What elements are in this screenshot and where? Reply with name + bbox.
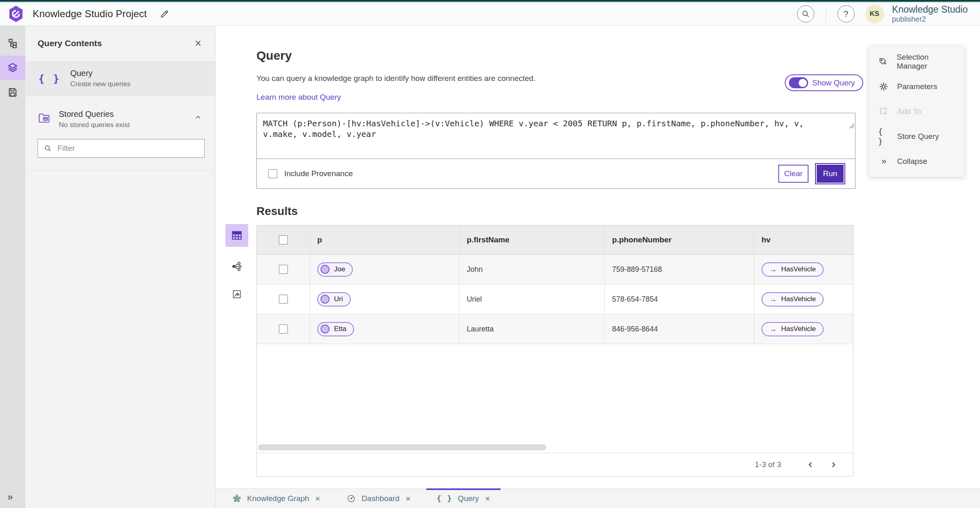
- show-query-toggle[interactable]: Show Query: [785, 74, 863, 91]
- table-header-row: p p.firstName p.phoneNumber hv: [257, 226, 853, 255]
- collapse-stored-queries-button[interactable]: [192, 113, 205, 122]
- help-button[interactable]: ?: [837, 5, 855, 22]
- edge-pill[interactable]: → HasVehicle: [762, 322, 824, 336]
- user-org: Knowledge Studio: [892, 4, 968, 15]
- node-pill[interactable]: Joe: [317, 262, 353, 277]
- edge-label: HasVehicle: [781, 265, 816, 273]
- results-table: p p.firstName p.phoneNumber hv Joe John …: [256, 225, 853, 477]
- query-tools-panel: Selection Manager Parameters: [869, 46, 964, 177]
- close-icon[interactable]: ×: [485, 494, 490, 503]
- close-icon[interactable]: ×: [405, 494, 410, 503]
- rail-item-save[interactable]: [0, 80, 25, 105]
- row-checkbox[interactable]: [279, 265, 288, 274]
- node-label: Joe: [334, 265, 345, 273]
- node-label: Etta: [334, 325, 346, 333]
- tool-label: Selection Manager: [897, 53, 959, 71]
- main-area: Query You can query a knowledge graph to…: [216, 25, 980, 508]
- parameters-item[interactable]: Parameters: [869, 74, 964, 99]
- header-actions: ? KS Knowledge Studio publisher2: [797, 4, 968, 23]
- close-icon[interactable]: ×: [315, 494, 320, 503]
- store-query-item[interactable]: { } Store Query: [869, 124, 964, 149]
- query-input[interactable]: MATCH (p:Person)-[hv:HasVehicle]->(v:Veh…: [257, 113, 855, 159]
- cell-phone-number: 578-654-7854: [605, 284, 754, 314]
- expand-rail-button[interactable]: »: [0, 491, 15, 503]
- learn-more-link[interactable]: Learn more about Query: [256, 92, 341, 102]
- edge-pill[interactable]: → HasVehicle: [762, 292, 824, 307]
- select-all-checkbox[interactable]: [279, 235, 288, 244]
- previous-page-button[interactable]: [802, 460, 820, 470]
- table-view-button[interactable]: [225, 224, 248, 247]
- tab-query[interactable]: { } Query ×: [426, 489, 501, 508]
- stored-queries-header[interactable]: Stored Queries No stored queries exist: [38, 110, 205, 129]
- braces-icon: { }: [878, 127, 889, 146]
- edit-title-button[interactable]: [158, 7, 172, 21]
- bottom-tab-bar: Knowledge Graph × Dashboard × { } Query …: [216, 488, 980, 508]
- show-query-label: Show Query: [812, 78, 855, 87]
- panel-close-button[interactable]: ×: [192, 38, 204, 49]
- project-title: Knowledge Studio Project: [33, 8, 147, 20]
- query-item-title: Query: [70, 69, 130, 78]
- horizontal-scrollbar-thumb[interactable]: [258, 444, 546, 450]
- edge-label: HasVehicle: [781, 295, 816, 303]
- column-header-phonenumber[interactable]: p.phoneNumber: [605, 226, 754, 254]
- node-pill[interactable]: Uri: [317, 292, 351, 307]
- clear-button[interactable]: Clear: [778, 165, 808, 183]
- edge-arrow-icon: →: [769, 295, 777, 304]
- selection-manager-item[interactable]: Selection Manager: [869, 49, 964, 74]
- row-checkbox[interactable]: [279, 295, 288, 304]
- query-editor-container: MATCH (p:Person)-[hv:HasVehicle]->(v:Veh…: [256, 113, 855, 189]
- braces-icon: { }: [437, 494, 453, 503]
- tool-label: Parameters: [897, 82, 937, 91]
- run-button[interactable]: Run: [817, 165, 844, 183]
- user-name: publisher2: [892, 15, 968, 23]
- header-divider: [826, 5, 826, 22]
- edge-pill[interactable]: → HasVehicle: [762, 262, 824, 277]
- chart-view-button[interactable]: [225, 286, 248, 302]
- rail-item-layers[interactable]: [0, 56, 25, 80]
- tab-dashboard[interactable]: Dashboard ×: [336, 489, 421, 508]
- panel-title: Query Contents: [38, 38, 102, 48]
- tool-label: Collapse: [897, 157, 927, 166]
- query-contents-panel: Query Contents × { } Query Create new qu…: [25, 25, 216, 508]
- node-circle-icon: [321, 324, 330, 333]
- next-page-button[interactable]: [824, 460, 842, 470]
- column-header-hv[interactable]: hv: [754, 226, 853, 254]
- avatar[interactable]: KS: [865, 4, 884, 23]
- folder-icon: [38, 111, 51, 123]
- column-header-p[interactable]: p: [310, 226, 459, 254]
- include-provenance-checkbox[interactable]: [268, 169, 277, 178]
- row-checkbox[interactable]: [279, 324, 288, 333]
- chart-icon: [232, 289, 242, 300]
- node-pill[interactable]: Etta: [317, 322, 354, 336]
- help-icon: ?: [844, 9, 849, 19]
- rail-item-hierarchy[interactable]: [0, 31, 25, 56]
- table-row: Joe John 759-889-57168 → HasVehicle: [257, 255, 853, 284]
- filter-input[interactable]: [57, 143, 198, 153]
- add-to-icon: [878, 106, 889, 117]
- resize-handle-icon[interactable]: [849, 123, 854, 128]
- results-title: Results: [256, 204, 980, 218]
- search-button[interactable]: [797, 5, 814, 22]
- selection-manager-icon: [878, 56, 889, 67]
- node-circle-icon: [321, 295, 330, 304]
- table-pagination: 1-3 of 3: [257, 453, 853, 476]
- column-header-firstname[interactable]: p.firstName: [459, 226, 605, 254]
- results-view-toolbar: [225, 224, 248, 302]
- graph-view-button[interactable]: [225, 258, 248, 275]
- cell-first-name: Uriel: [459, 284, 605, 314]
- left-rail: »: [0, 25, 25, 508]
- chevron-right-icon: [829, 460, 838, 469]
- add-to-item[interactable]: Add To: [869, 99, 964, 124]
- tab-knowledge-graph[interactable]: Knowledge Graph ×: [221, 489, 331, 508]
- collapse-panel-item[interactable]: » Collapse: [869, 149, 964, 174]
- panel-item-query[interactable]: { } Query Create new queries: [25, 62, 215, 96]
- dashboard-gauge-icon: [346, 494, 356, 504]
- stored-queries-section: Stored Queries No stored queries exist: [25, 101, 215, 170]
- app-shell: » Query Contents × { } Query Create new …: [0, 25, 980, 508]
- filter-field: [38, 139, 205, 158]
- include-provenance-label: Include Provenance: [284, 169, 353, 178]
- query-page: Query You can query a knowledge graph to…: [216, 25, 980, 488]
- node-circle-icon: [321, 265, 330, 274]
- hierarchy-icon: [7, 38, 18, 49]
- network-icon: [231, 261, 243, 272]
